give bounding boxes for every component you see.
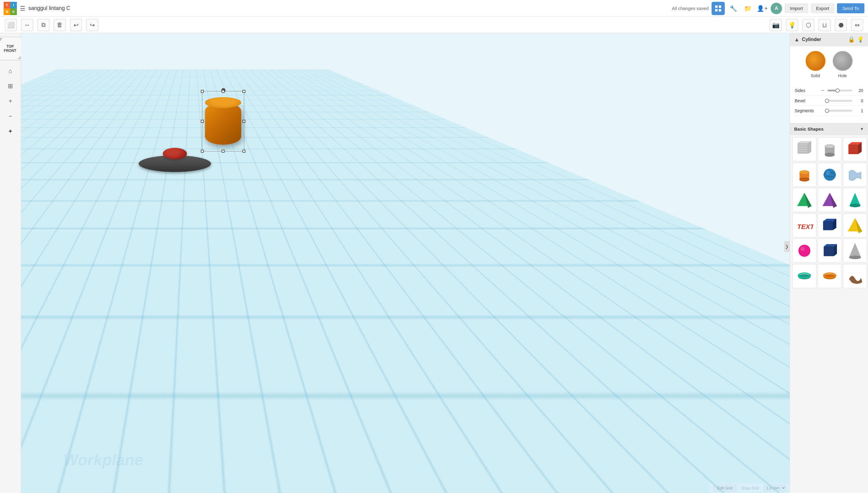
- view-cube-front-label: FRONT: [4, 48, 16, 53]
- bevel-slider-thumb[interactable]: [825, 99, 829, 103]
- shape-red-box[interactable]: [843, 137, 867, 162]
- svg-point-42: [849, 256, 861, 259]
- shape-dark-blue-box[interactable]: [818, 213, 842, 237]
- camera-button[interactable]: 📷: [770, 19, 782, 31]
- bevel-label: Bevel: [795, 98, 819, 103]
- logo-i: I: [10, 2, 17, 8]
- zoom-out-button[interactable]: −: [4, 110, 17, 123]
- shape-purple-pyramid[interactable]: [818, 188, 842, 212]
- left-sidebar: TOP FRONT ⌂ ⊞ + − ✦: [0, 33, 21, 493]
- polygon-button[interactable]: ⬡: [802, 19, 814, 31]
- import-button[interactable]: Import: [784, 3, 808, 13]
- app-logo[interactable]: T I N K: [4, 2, 17, 15]
- shape-brown-shape[interactable]: [843, 264, 867, 288]
- shape-green-pyramid[interactable]: [792, 188, 817, 212]
- shape-striped-box[interactable]: [792, 137, 817, 162]
- cube-corner-tl: [0, 38, 2, 41]
- align-button[interactable]: ⬣: [835, 19, 847, 31]
- hat-object[interactable]: [139, 148, 211, 172]
- canvas-area[interactable]: Workplane: [21, 33, 790, 493]
- shape-orange-torus[interactable]: [818, 264, 842, 288]
- snap-grid-label: Snap Grid: [741, 486, 759, 490]
- sides-value: 20: [855, 88, 863, 93]
- redo-button[interactable]: ↪: [86, 19, 98, 31]
- shape-light-icon[interactable]: 💡: [857, 36, 864, 43]
- workplane-grid: [21, 33, 708, 69]
- toolbar2: ⬜ ↔ ⧉ 🗑 ↩ ↪ 📷 💡 ⬡ ⊔ ⬣ ⇔: [0, 17, 868, 33]
- sides-slider-thumb[interactable]: [836, 88, 840, 93]
- grid-view-button[interactable]: [711, 2, 725, 15]
- svg-rect-3: [719, 9, 721, 12]
- shape-properties-panel: ▲ Cylinder 🔒 💡 Solid Hole: [790, 33, 868, 123]
- shape-gray-cone[interactable]: [843, 239, 867, 263]
- home-view-button[interactable]: ⌂: [4, 65, 17, 77]
- zoom-in-button[interactable]: +: [4, 95, 17, 107]
- edit-grid-button[interactable]: Edit Grid: [713, 484, 736, 492]
- hammer-tool-button[interactable]: 🔧: [727, 2, 739, 15]
- svg-point-19: [800, 170, 809, 174]
- svg-rect-2: [715, 9, 717, 12]
- shape-blue-sphere[interactable]: [818, 163, 842, 187]
- shape-text[interactable]: TEXT: [792, 213, 817, 237]
- shape-navy-box[interactable]: [818, 239, 842, 263]
- shape-lock-icon[interactable]: 🔒: [848, 36, 855, 43]
- shape-pink-sphere[interactable]: [792, 239, 817, 263]
- svg-point-36: [798, 245, 810, 257]
- shapes-panel-header: Basic Shapes ▼: [790, 123, 868, 135]
- file-menu-icon[interactable]: ☰: [20, 5, 25, 12]
- delete-tool[interactable]: 🗑: [54, 19, 66, 31]
- shape-cylinder-gray[interactable]: [818, 137, 842, 162]
- segments-slider[interactable]: [825, 110, 852, 112]
- svg-point-20: [800, 178, 809, 181]
- logo-k: K: [10, 8, 17, 15]
- expand-icon[interactable]: ▲: [794, 37, 800, 43]
- svg-point-23: [826, 171, 830, 175]
- snap-grid-select[interactable]: 1.0 mm 0.5 mm 2.0 mm: [764, 485, 786, 492]
- logo-n: N: [4, 8, 10, 15]
- shape-orange-cylinder[interactable]: [792, 163, 817, 187]
- light-button[interactable]: 💡: [786, 19, 798, 31]
- top-bar: T I N K ☰ sanggul lintang C All changes …: [0, 0, 868, 17]
- solid-type-button[interactable]: Solid: [806, 51, 825, 78]
- shape-teal-cone[interactable]: [843, 188, 867, 212]
- shape-yellow-pyramid[interactable]: [843, 213, 867, 237]
- send-to-button[interactable]: Send To: [837, 3, 864, 13]
- add-user-button[interactable]: 👤+: [756, 2, 768, 15]
- view-cube[interactable]: TOP FRONT: [0, 37, 23, 61]
- box-select-tool[interactable]: ⬜: [5, 19, 17, 31]
- shapes-panel-dropdown[interactable]: ▼: [860, 127, 864, 131]
- shapes-tool-button[interactable]: ✦: [4, 125, 17, 137]
- workplane-container: [57, 69, 328, 287]
- shape-teal-torus[interactable]: [792, 264, 817, 288]
- copy-tool[interactable]: ⧉: [38, 19, 49, 31]
- segments-slider-thumb[interactable]: [825, 109, 829, 113]
- svg-marker-10: [808, 142, 811, 154]
- sides-minus-button[interactable]: −: [821, 88, 824, 93]
- svg-marker-28: [850, 193, 861, 206]
- document-title[interactable]: sanggul lintang C: [28, 5, 70, 12]
- segments-label: Segments: [795, 108, 819, 113]
- shape-wavy[interactable]: [843, 163, 867, 187]
- folder-button[interactable]: 📁: [742, 2, 754, 15]
- save-status: All changes saved: [672, 6, 709, 11]
- bevel-prop-row: Bevel 0: [795, 96, 863, 106]
- sides-slider[interactable]: [828, 90, 852, 91]
- move-tool[interactable]: ↔: [21, 19, 33, 31]
- export-button[interactable]: Export: [811, 3, 835, 13]
- sides-label: Sides: [795, 88, 819, 93]
- svg-point-21: [824, 169, 836, 181]
- svg-point-37: [800, 247, 805, 251]
- mirror-button[interactable]: ⇔: [851, 19, 863, 31]
- statusbar: Edit Grid Snap Grid 1.0 mm 0.5 mm 2.0 mm: [710, 483, 790, 493]
- svg-rect-1: [719, 5, 721, 8]
- rotate-handle[interactable]: [221, 88, 226, 92]
- cylinder-selected[interactable]: [205, 97, 241, 145]
- svg-point-29: [850, 203, 861, 207]
- user-avatar[interactable]: A: [771, 3, 782, 14]
- hole-type-button[interactable]: Hole: [833, 51, 853, 78]
- bevel-slider[interactable]: [825, 100, 852, 102]
- fit-view-button[interactable]: ⊞: [4, 80, 17, 92]
- union-button[interactable]: ⊔: [819, 19, 830, 31]
- panel-collapse-arrow[interactable]: ❯: [784, 241, 790, 252]
- undo-button[interactable]: ↩: [70, 19, 82, 31]
